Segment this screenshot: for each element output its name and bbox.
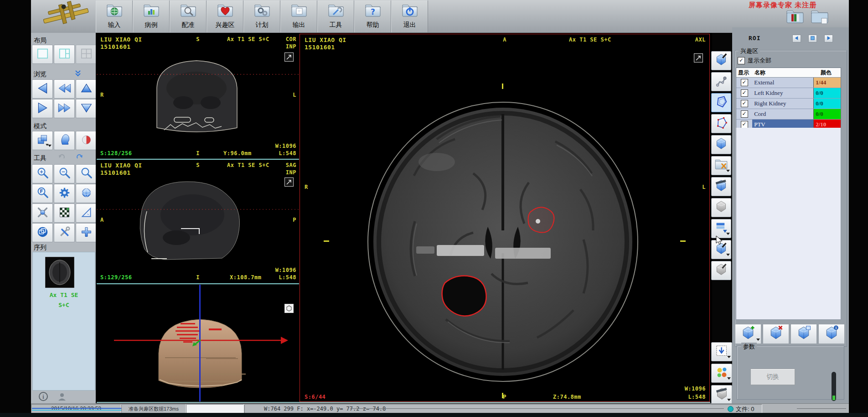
media-folder-icon[interactable] [785, 8, 805, 25]
slice-last-button[interactable] [54, 99, 75, 118]
contour-points-button[interactable] [711, 114, 731, 133]
roi-name[interactable]: Left Kidney [752, 88, 813, 98]
toolbar-button-roi[interactable]: 兴趣区 [207, 0, 243, 32]
gem-band-button[interactable] [711, 177, 731, 196]
zoom-out-button[interactable]: − [54, 164, 75, 183]
roi-visible-checkbox[interactable]: ✓ [741, 100, 748, 107]
scroll-down-icon[interactable] [74, 69, 82, 77]
roi-row-external[interactable]: ✓External1/44 [736, 78, 841, 88]
roi-color-count[interactable]: 0/0 [813, 99, 841, 109]
viewport-sagittal[interactable]: LIU XIAO QI 15101601 S Ax T1 SE S+C SAG … [97, 160, 299, 283]
expand-view-icon[interactable] [694, 53, 703, 63]
viewport-coronal[interactable]: LIU XIAO QI 15101601 S Ax T1 SE S+C COR … [97, 34, 299, 159]
toolbar-button-input[interactable]: 输入 [96, 0, 133, 32]
panel-expand-button[interactable] [824, 35, 833, 42]
zoom-fit-button[interactable]: F [32, 184, 53, 203]
expand-view-icon[interactable] [284, 177, 294, 187]
overlay-button[interactable] [32, 223, 53, 242]
gem-gray-button[interactable] [711, 198, 731, 217]
roi-visible-checkbox[interactable]: ✓ [741, 89, 748, 97]
gear-button[interactable] [54, 184, 75, 203]
palette-icon [714, 365, 729, 382]
pan-button[interactable] [32, 203, 53, 223]
expand-view-icon[interactable] [284, 52, 294, 62]
toolbar-button-plan[interactable]: 计划 [243, 0, 280, 32]
slice-prev-button[interactable] [32, 79, 53, 99]
gem-delete-button[interactable] [763, 324, 789, 344]
show-all-row[interactable]: ✓ 显示全部 [738, 57, 771, 65]
info-icon[interactable]: i [38, 391, 48, 401]
gem-info-button[interactable]: i [818, 324, 845, 344]
roi-name[interactable]: External [752, 78, 813, 88]
roi-color-count[interactable]: 1/44 [813, 78, 841, 88]
files-folder-icon[interactable] [810, 8, 830, 25]
gem-add-button[interactable] [735, 324, 761, 344]
toolbar-button-output[interactable]: 输出 [280, 0, 317, 32]
roi-name[interactable]: Cord [752, 109, 813, 119]
undo-icon[interactable] [57, 153, 66, 161]
toolbar-button-label: 输入 [108, 21, 121, 29]
roi-row-right-kidney[interactable]: ✓Right Kidney0/0 [736, 99, 841, 109]
scroll-indicator[interactable] [832, 372, 836, 401]
contour-brush-button[interactable] [711, 51, 731, 70]
slice-up-button[interactable] [76, 79, 97, 99]
import-dashed-button[interactable] [711, 342, 732, 361]
indicator-green-mark [832, 396, 835, 400]
mode-2d-button[interactable] [32, 131, 53, 150]
palette-button[interactable] [711, 364, 732, 383]
zoom-button[interactable] [76, 164, 97, 183]
series-name-line1[interactable]: Ax T1 SE [33, 292, 95, 298]
world-button[interactable] [76, 184, 97, 203]
mode-head-button[interactable] [54, 131, 75, 150]
slice-next-button[interactable] [32, 99, 53, 118]
roi-color-count[interactable]: 0/0 [813, 109, 841, 119]
roi-name[interactable]: Right Kidney [752, 99, 813, 109]
show-all-checkbox[interactable]: ✓ [738, 57, 745, 64]
viewport-3d[interactable] [97, 285, 299, 401]
toolbar-button-register[interactable]: 配准 [170, 0, 207, 32]
layout-single-button[interactable] [32, 45, 53, 64]
wrench-icon [57, 224, 72, 241]
viewport-axial-main[interactable]: LIU XIAO QI 15101601 A Ax T1 SE S+C AXL … [300, 34, 710, 402]
toolbar-button-tools[interactable]: 工具 [317, 0, 354, 32]
column-show: 显示 [736, 69, 754, 77]
wrench-button[interactable] [54, 223, 75, 242]
output-folder-icon [289, 2, 310, 20]
toolbar-button-help[interactable]: ?帮助 [354, 0, 391, 32]
roi-visible-checkbox[interactable]: ✓ [741, 79, 748, 86]
plane-label: AXL [695, 36, 706, 43]
beam-arm-button[interactable] [711, 72, 731, 91]
add-tool-button[interactable] [76, 223, 97, 242]
redo-icon[interactable] [76, 153, 84, 161]
panel-dock-button[interactable] [808, 35, 817, 42]
status-bar: 2015/10/16 20:33:53 准备兴趣区数据173ms W:764 2… [31, 403, 849, 413]
user-icon[interactable] [57, 392, 67, 401]
layout-split-button[interactable] [54, 45, 75, 64]
paint-gem-gray-button[interactable] [711, 261, 731, 280]
series-thumbnail[interactable] [45, 257, 74, 288]
gem-copy-button[interactable] [790, 324, 817, 344]
checkerboard-button[interactable] [54, 203, 75, 223]
roi-color-count[interactable]: 0/0 [813, 88, 841, 98]
roi-row-cord[interactable]: ✓Cord0/0 [736, 109, 841, 120]
measure-button[interactable] [76, 203, 97, 223]
toolbar-button-case[interactable]: 病例 [133, 0, 170, 32]
export-gem-button[interactable] [711, 385, 732, 404]
contour-gem-button[interactable] [711, 135, 731, 154]
switch-button[interactable]: 切换 [750, 369, 795, 385]
contour-polygon-button[interactable] [711, 93, 731, 112]
roi-row-left-kidney[interactable]: ✓Left Kidney0/0 [736, 88, 841, 99]
render-mode-icon[interactable] [284, 304, 294, 313]
series-name-line2[interactable]: S+C [33, 302, 95, 308]
delete-folder-button[interactable] [711, 156, 731, 175]
toolbar-button-exit[interactable]: 退出 [391, 0, 428, 32]
roi-visible-checkbox[interactable]: ✓ [741, 121, 748, 128]
level-value: L:548 [279, 274, 296, 281]
roi-visible-checkbox[interactable]: ✓ [741, 110, 748, 118]
slice-down-button[interactable] [76, 99, 97, 118]
zoom-in-button[interactable]: + [32, 164, 53, 183]
slice-first-button[interactable] [54, 79, 75, 99]
layout-grid-button[interactable] [76, 45, 97, 64]
panel-pin-button[interactable] [792, 35, 801, 42]
mode-fusion-button[interactable] [76, 131, 97, 150]
